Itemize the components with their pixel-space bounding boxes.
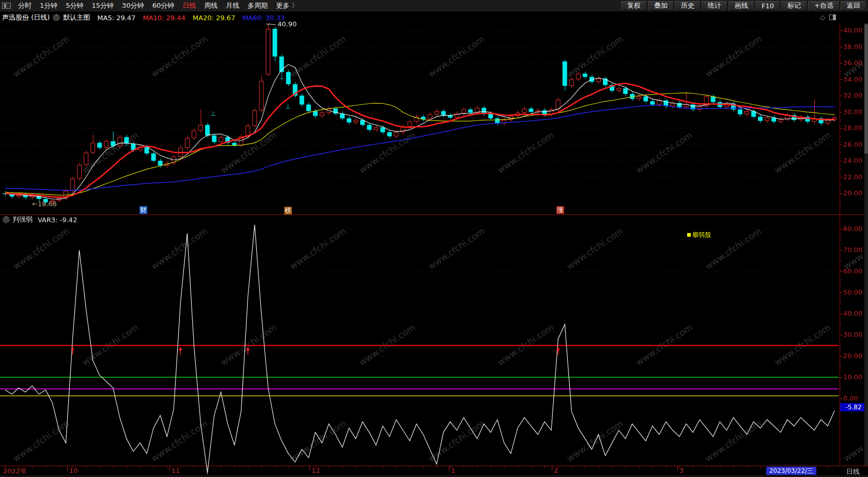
period-tab-周线[interactable]: 周线 (200, 0, 222, 11)
legend-label: 极弱股 (692, 230, 711, 239)
ma-label: MA20: 29.67 (193, 14, 235, 22)
stamp-marker-涨: 涨 (556, 206, 564, 214)
ex-dividend-icon: ⊥ (210, 110, 215, 117)
action-button-+自选[interactable]: +自选 (808, 1, 840, 11)
ma-label: MA10: 29.44 (143, 14, 185, 22)
action-button-统计[interactable]: 统计 (702, 1, 727, 11)
indicator-tick-label: 20.00 (843, 352, 862, 360)
ma-values: MA5: 29.47MA10: 29.44MA20: 29.67MA60: 30… (90, 14, 285, 22)
diamond-icon[interactable]: ◇ (820, 13, 825, 21)
action-button-复权[interactable]: 复权 (621, 1, 647, 11)
indicator-legend: 极弱股 (687, 230, 711, 239)
split-pane-icon[interactable] (829, 14, 836, 20)
period-tab-5分钟[interactable]: 5分钟 (61, 0, 87, 11)
ex-dividend-icon: ⊥ (279, 73, 284, 81)
window-icon[interactable] (2, 3, 11, 9)
period-tab-月线[interactable]: 月线 (222, 0, 243, 11)
indicator-tick-label: 40.00 (843, 310, 862, 317)
indicator-header: ˇ 判强弱 VAR3: -9.42 (3, 215, 77, 224)
indicator-name: 判强弱 (12, 215, 33, 224)
price-tick-label: 26.00 (843, 141, 862, 148)
timeline-month-label: 11 (172, 467, 180, 474)
chart-plot-area[interactable] (0, 0, 868, 477)
indicator-var-value: VAR3: -9.42 (38, 216, 77, 224)
price-tick-label: 24.00 (843, 157, 862, 164)
price-tick-label: 22.00 (843, 173, 862, 181)
ma-label: MA5: 29.47 (97, 14, 135, 22)
timeline-month-label: 2 (554, 467, 558, 474)
indicator-tick-label: 60.00 (843, 267, 862, 275)
indicator-tick-label: 50.00 (843, 288, 862, 296)
scrollbar-thumb[interactable] (864, 24, 868, 153)
price-tick-label: 40.00 (843, 26, 862, 34)
period-tab-多周期[interactable]: 多周期 (243, 0, 272, 11)
indicator-tick-label: 70.00 (843, 246, 862, 254)
chart-title-bar: 声迅股份 (日线) ˇ 默认主图 MA5: 29.47MA10: 29.44MA… (0, 12, 868, 23)
period-tab-15分钟[interactable]: 15分钟 (88, 0, 118, 11)
top-toolbar: 分时1分钟5分钟15分钟30分钟60分钟日线周线月线多周期更多 〉 复权叠加历史… (0, 0, 868, 12)
peak-price-annotation: 40.90 (277, 20, 297, 28)
indicator-tick-label: 0.00 (843, 394, 858, 402)
stock-title: 声迅股份 (日线) (2, 13, 50, 22)
action-button-标记[interactable]: 标记 (781, 1, 807, 11)
timeline-month-label: 12 (312, 467, 320, 474)
period-tab-更多 〉[interactable]: 更多 〉 (272, 0, 302, 11)
chevron-down-icon[interactable]: ˇ (53, 14, 60, 21)
scrollbar-track (864, 23, 868, 466)
main-chart-style-label: 默认主图 (63, 13, 90, 22)
action-button-叠加[interactable]: 叠加 (648, 1, 674, 11)
period-tab-分时[interactable]: 分时 (14, 0, 36, 11)
timeline-month-label: 1 (451, 467, 455, 474)
action-button-历史[interactable]: 历史 (675, 1, 701, 11)
action-button-返回[interactable]: 返回 (841, 1, 866, 11)
period-tab-30分钟[interactable]: 30分钟 (118, 0, 148, 11)
price-tick-label: 28.00 (843, 124, 862, 132)
price-tick-label: 38.00 (843, 43, 862, 51)
price-tick-label: 36.00 (843, 59, 862, 67)
price-tick-label: 32.00 (843, 91, 862, 99)
indicator-collapse-icon[interactable]: ˇ (3, 216, 10, 223)
indicator-tick-label: 10.00 (843, 373, 862, 381)
timeline-month-label: 10 (69, 467, 78, 474)
price-tick-label: 20.00 (843, 189, 862, 197)
period-tab-1分钟[interactable]: 1分钟 (36, 0, 61, 11)
period-tab-日线[interactable]: 日线 (178, 0, 200, 11)
action-button-F10[interactable]: F10 (755, 1, 780, 11)
stamp-marker-财: 财 (140, 206, 147, 214)
indicator-tick-label: 30.00 (843, 331, 862, 338)
timeline-month-label: 3 (679, 467, 684, 474)
period-tab-60分钟[interactable]: 60分钟 (148, 0, 179, 11)
ex-dividend-icon: ⊥ (285, 103, 290, 110)
legend-swatch (687, 233, 691, 237)
action-buttons: 复权叠加历史统计画线F10标记+自选返回 (620, 0, 868, 11)
low-price-annotation: ←18.68 (32, 200, 57, 208)
timeline-year-label: 2022年 (3, 467, 27, 476)
indicator-value-badge: -5.82 (840, 403, 867, 411)
indicator-tick-label: 80.00 (843, 225, 862, 233)
price-tick-label: 34.00 (843, 75, 862, 83)
stamp-marker-榜: 榜 (284, 207, 292, 214)
current-date-badge: 2023/03/22/三 (766, 467, 816, 475)
action-button-画线[interactable]: 画线 (729, 1, 754, 11)
price-tick-label: 30.00 (843, 108, 862, 116)
period-tabs: 分时1分钟5分钟15分钟30分钟60分钟日线周线月线多周期更多 〉 (14, 0, 302, 11)
